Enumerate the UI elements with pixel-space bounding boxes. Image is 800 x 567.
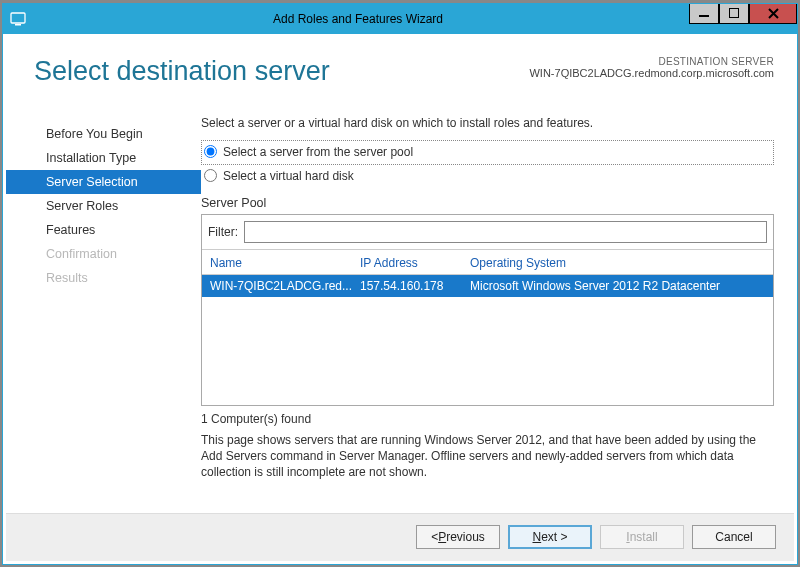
server-row-name: WIN-7QIBC2LADCG.red... [210, 279, 360, 293]
close-button[interactable] [749, 4, 797, 24]
wizard-window: Add Roles and Features Wizard Select des… [2, 3, 798, 565]
nav-server-selection[interactable]: Server Selection [6, 170, 201, 194]
maximize-button[interactable] [719, 4, 749, 24]
minimize-button[interactable] [689, 4, 719, 24]
window-title: Add Roles and Features Wizard [27, 12, 689, 26]
col-header-ip[interactable]: IP Address [360, 256, 470, 270]
page-header: Select destination server DESTINATION SE… [6, 34, 794, 112]
main-panel: Select a server or a virtual hard disk o… [201, 112, 774, 513]
svg-rect-0 [11, 13, 25, 23]
destination-server: WIN-7QIBC2LADCG.redmond.corp.microsoft.c… [529, 67, 774, 79]
server-row-ip: 157.54.160.178 [360, 279, 470, 293]
app-icon [9, 10, 27, 28]
server-list[interactable]: WIN-7QIBC2LADCG.red... 157.54.160.178 Mi… [202, 275, 773, 405]
filter-row: Filter: [202, 215, 773, 250]
radio-server-pool-input[interactable] [204, 145, 217, 158]
radio-vhd-label: Select a virtual hard disk [223, 169, 354, 183]
previous-button[interactable]: < Previous [416, 525, 500, 549]
install-button: Install [600, 525, 684, 549]
nav-results: Results [6, 266, 201, 290]
nav-confirmation: Confirmation [6, 242, 201, 266]
next-button[interactable]: Next > [508, 525, 592, 549]
wizard-nav: Before You Begin Installation Type Serve… [6, 112, 201, 513]
svg-rect-3 [729, 8, 739, 18]
server-row-os: Microsoft Windows Server 2012 R2 Datacen… [470, 279, 765, 293]
destination-info: DESTINATION SERVER WIN-7QIBC2LADCG.redmo… [529, 56, 774, 112]
explain-text: This page shows servers that are running… [201, 432, 774, 481]
radio-server-pool-label: Select a server from the server pool [223, 145, 413, 159]
col-header-os[interactable]: Operating System [470, 256, 765, 270]
filter-input[interactable] [244, 221, 767, 243]
server-pool-label: Server Pool [201, 196, 774, 210]
intro-text: Select a server or a virtual hard disk o… [201, 116, 774, 130]
nav-server-roles[interactable]: Server Roles [6, 194, 201, 218]
column-header: Name IP Address Operating System [202, 250, 773, 275]
server-row[interactable]: WIN-7QIBC2LADCG.red... 157.54.160.178 Mi… [202, 275, 773, 297]
footer: < Previous Next > Install Cancel [6, 513, 794, 561]
radio-option-server-pool-wrap: Select a server from the server pool [201, 140, 774, 165]
radio-vhd-input[interactable] [204, 169, 217, 182]
destination-label: DESTINATION SERVER [529, 56, 774, 67]
filter-label: Filter: [208, 225, 238, 239]
window-buttons [689, 4, 797, 34]
server-pool-panel: Filter: Name IP Address Operating System… [201, 214, 774, 406]
page-title: Select destination server [34, 56, 529, 112]
cancel-button[interactable]: Cancel [692, 525, 776, 549]
col-header-name[interactable]: Name [210, 256, 360, 270]
titlebar[interactable]: Add Roles and Features Wizard [3, 4, 797, 34]
svg-rect-2 [699, 15, 709, 17]
nav-installation-type[interactable]: Installation Type [6, 146, 201, 170]
computer-count: 1 Computer(s) found [201, 412, 774, 426]
content-frame: Select destination server DESTINATION SE… [3, 34, 797, 564]
nav-before-you-begin[interactable]: Before You Begin [6, 122, 201, 146]
radio-option-server-pool[interactable]: Select a server from the server pool [204, 145, 771, 159]
radio-option-vhd[interactable]: Select a virtual hard disk [201, 169, 774, 183]
svg-rect-1 [15, 24, 21, 26]
nav-features[interactable]: Features [6, 218, 201, 242]
